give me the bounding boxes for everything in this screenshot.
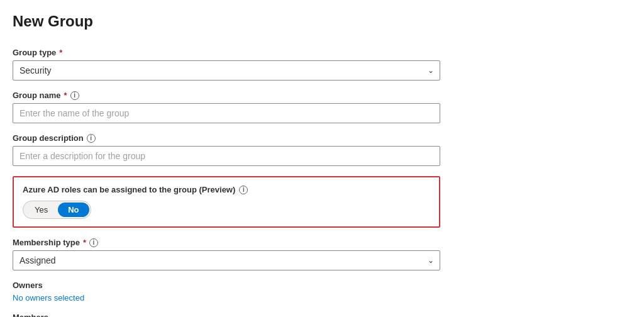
group-description-label: Group description i: [13, 133, 440, 143]
group-name-info-icon[interactable]: i: [70, 91, 79, 100]
group-description-section: Group description i: [13, 133, 440, 166]
group-name-label: Group name * i: [13, 91, 440, 100]
members-label: Members: [13, 313, 440, 317]
group-description-input[interactable]: [13, 146, 440, 166]
membership-type-info-icon[interactable]: i: [89, 238, 98, 247]
page-title: New Group: [13, 13, 631, 30]
membership-type-label-text: Membership type: [13, 238, 80, 247]
members-section: Members No members selected: [13, 313, 440, 317]
membership-type-wrapper: Assigned Dynamic User Dynamic Device ⌄: [13, 250, 440, 270]
group-name-section: Group name * i: [13, 91, 440, 123]
group-type-label: Group type *: [13, 48, 440, 57]
group-type-section: Group type * Security Microsoft 365 ⌄: [13, 48, 440, 81]
membership-type-label: Membership type * i: [13, 238, 440, 247]
group-type-label-text: Group type: [13, 48, 56, 57]
group-name-label-text: Group name: [13, 91, 61, 100]
azure-ad-toggle[interactable]: Yes No: [23, 201, 91, 219]
membership-type-section: Membership type * i Assigned Dynamic Use…: [13, 238, 440, 270]
azure-ad-toggle-yes[interactable]: Yes: [25, 203, 58, 217]
azure-ad-roles-box: Azure AD roles can be assigned to the gr…: [13, 176, 440, 228]
azure-ad-label: Azure AD roles can be assigned to the gr…: [23, 185, 430, 194]
azure-ad-info-icon[interactable]: i: [239, 186, 248, 194]
new-group-form: Group type * Security Microsoft 365 ⌄ Gr…: [13, 48, 440, 317]
group-type-wrapper: Security Microsoft 365 ⌄: [13, 60, 440, 81]
azure-ad-label-text: Azure AD roles can be assigned to the gr…: [23, 185, 235, 194]
group-type-select[interactable]: Security Microsoft 365: [13, 60, 440, 81]
owners-label: Owners: [13, 281, 440, 290]
azure-ad-toggle-no[interactable]: No: [58, 203, 89, 217]
no-owners-selected-link[interactable]: No owners selected: [13, 293, 84, 303]
group-name-input[interactable]: [13, 103, 440, 123]
group-type-required: *: [59, 48, 62, 57]
membership-type-select[interactable]: Assigned Dynamic User Dynamic Device: [13, 250, 440, 270]
membership-type-required: *: [83, 238, 86, 247]
group-name-required: *: [64, 91, 67, 100]
group-description-info-icon[interactable]: i: [87, 134, 96, 143]
group-description-label-text: Group description: [13, 133, 84, 143]
owners-section: Owners No owners selected: [13, 281, 440, 303]
